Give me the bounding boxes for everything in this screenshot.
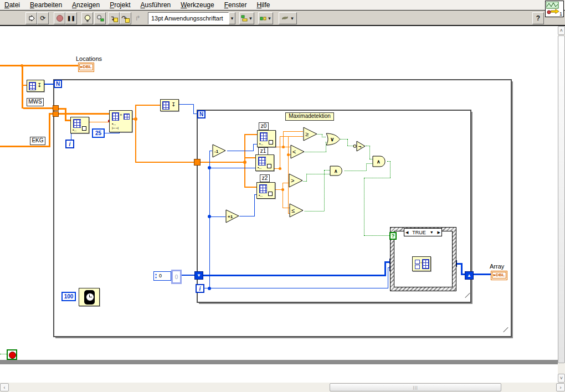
case-value: TRUE [412,230,426,235]
retain-wire-values-button[interactable] [94,12,106,24]
font-selector[interactable]: 13pt Anwendungsschriftart [148,12,229,24]
index-spinner-icon[interactable]: ▲▼ [155,272,157,279]
less-or-equal-node[interactable]: ≤ [289,203,304,218]
run-button[interactable] [25,12,37,24]
array-index-display[interactable]: ▲▼ 0 [153,271,171,281]
wire [0,146,50,147]
ekg-label[interactable]: EKG [30,137,45,145]
step-into-button[interactable]: ↴ [108,12,120,24]
horizontal-scrollbar-thumb[interactable]: ||| [330,383,501,391]
distribute-objects-button[interactable]: ▼ [258,12,273,24]
wire [0,65,79,66]
wire [345,171,366,171]
and-node[interactable]: ∧ [329,166,345,177]
and-node[interactable]: ∧ [372,156,388,168]
horizontal-scrollbar[interactable]: ‹ ||| › [0,383,565,392]
vertical-scrollbar-thumb[interactable] [558,35,565,363]
help-button[interactable]: ? [532,12,544,24]
locations-indicator[interactable]: ▸DBL [78,63,94,72]
case-selector-terminal[interactable]: ? [389,232,397,240]
increment-node[interactable]: +1 [225,209,240,224]
decrement-node[interactable]: -1 [212,144,227,158]
less-than-node[interactable]: < [290,145,305,159]
scroll-left-button[interactable]: ‹ [0,383,9,391]
greater-than-node[interactable]: > [289,173,304,188]
wire [0,354,7,354]
reorder-button[interactable]: ▼ [279,12,297,24]
abort-button[interactable] [54,12,65,24]
highlight-execution-button[interactable] [81,12,93,24]
vi-icon[interactable]: 1 [545,1,564,17]
array-grid-icon [29,82,36,90]
or-node[interactable]: ∨ [325,133,341,146]
menu-ausfuehren[interactable]: Ausführen [141,1,171,9]
case-selector-label[interactable]: ◀ TRUE ▼ ▶ [404,228,442,236]
array-subset-node[interactable]: + ▪‥ ⊢⊣ [109,110,132,132]
font-selector-caret[interactable]: ▼ [229,12,235,24]
wire [474,274,491,275]
numeric-constant-100[interactable]: 100 [61,292,76,301]
z1-label[interactable]: z1 [258,147,268,155]
menu-anzeigen[interactable]: Anzeigen [72,1,100,9]
inner-loop-count-terminal[interactable]: N [197,110,206,118]
tunnel[interactable] [53,111,59,117]
locations-label[interactable]: Locations [76,55,102,62]
wait-ms-node[interactable] [79,288,100,306]
array-constant[interactable]: ▲▼ 0 0 [153,270,182,285]
menu-bearbeiten[interactable]: Bearbeiten [30,1,62,9]
z0-label[interactable]: z0 [259,122,269,130]
case-next-icon[interactable]: ▶ [438,230,440,235]
pane-divider[interactable] [0,360,558,364]
z2-label[interactable]: z2 [260,174,270,182]
stop-sign-icon [9,352,16,359]
shift-register-left[interactable]: ▼ [194,271,203,280]
shift-register-right[interactable]: ▲ [465,271,474,280]
tunnel[interactable] [53,105,59,111]
index-array-node[interactable]: ▪‥ [70,117,89,133]
scroll-right-button[interactable]: › [556,383,565,391]
index-array-node-z1[interactable]: ▪‥ [255,154,274,171]
align-objects-button[interactable]: ▼ [239,12,254,24]
case-dropdown-icon[interactable]: ▼ [430,230,434,234]
outer-loop-count-terminal[interactable]: N [54,80,62,88]
array-grid-icon [259,184,267,193]
wire [244,187,256,188]
menu-datei[interactable]: Datei [4,1,20,9]
index-array-node-z2[interactable]: ▪‥ [256,182,275,199]
stop-terminal[interactable] [7,349,17,360]
menu-projekt[interactable]: Projekt [110,1,130,9]
outer-loop-iteration-terminal[interactable]: i [65,140,74,148]
mws-label[interactable]: MWS [27,98,44,106]
index-array-node-z0[interactable]: ▪‥ [257,130,276,147]
step-out-button[interactable]: ↱ [132,12,143,24]
run-continuous-button[interactable]: ⟳ [37,12,49,24]
scroll-up-button[interactable]: ˄ [558,26,565,35]
maximadetektion-label[interactable]: Maximadetektion [285,112,334,121]
menu-werkzeuge[interactable]: Werkzeuge [181,1,214,9]
array-grid-icon [422,259,429,269]
inner-loop-iteration-terminal[interactable]: i [196,284,204,293]
numeric-constant-25[interactable]: 25 [92,128,105,138]
wire [209,216,225,217]
vertical-scrollbar[interactable]: ˄ ˅ [558,26,565,383]
step-into-target [114,18,118,22]
wire [303,181,307,182]
step-over-button[interactable]: ↷ [120,12,131,24]
scroll-down-button[interactable]: ˅ [558,374,565,383]
array-element[interactable]: 0 [171,270,182,284]
menu-fenster[interactable]: Fenster [224,1,247,9]
pause-button[interactable]: ❚❚ [65,12,77,24]
diagram-canvas[interactable]: N N i i ▼ ▲ ◀ TRUE ▼ ▶ ? ↧ ↧ [0,26,558,383]
wire [23,107,53,109]
tunnel[interactable] [194,159,201,166]
distribute-objects-icon [260,15,266,22]
case-prev-icon[interactable]: ◀ [405,230,408,235]
array-indicator[interactable]: ▸DBL [491,271,507,280]
greater-or-equal-node[interactable]: ≥ [303,127,318,142]
array-size-node[interactable]: ↧ [160,99,179,111]
array-size-node[interactable]: ↧ [27,80,44,92]
array-label[interactable]: Array [490,263,504,270]
build-array-node[interactable]: ⇢ [412,256,431,271]
menu-hilfe[interactable]: Hilfe [256,1,270,9]
not-node[interactable]: ¬ [353,140,367,152]
